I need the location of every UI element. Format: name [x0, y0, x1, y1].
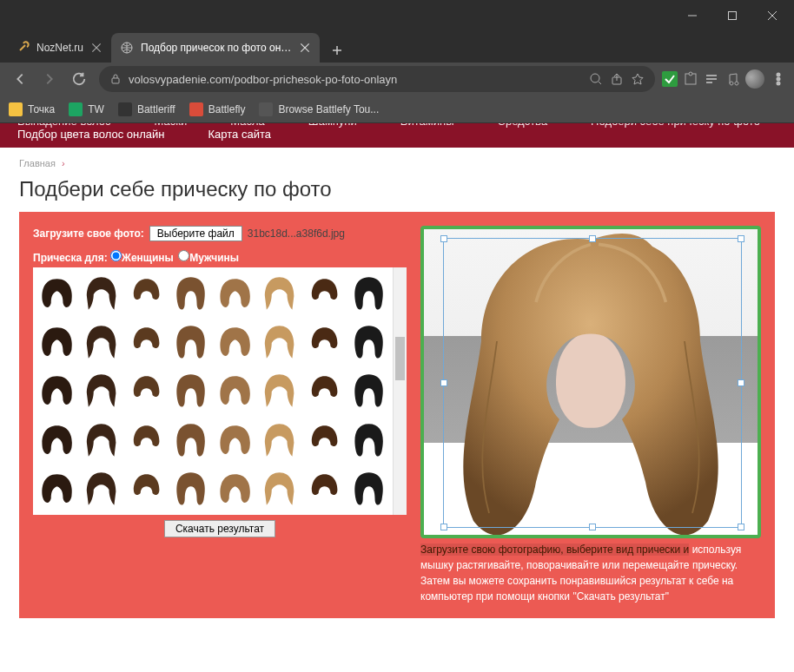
resize-handle-nw[interactable] — [440, 235, 447, 242]
address-bar[interactable]: volosvypadenie.com/podbor-prichesok-po-f… — [99, 66, 655, 92]
nav-link[interactable]: Маски — [155, 123, 188, 128]
hairstyle-option[interactable] — [169, 319, 212, 366]
hairstyle-option[interactable] — [303, 319, 346, 366]
nav-link[interactable]: Средства — [498, 123, 548, 128]
svg-point-23 — [777, 82, 780, 85]
page-title: Подбери себе прическу по фото — [0, 168, 794, 212]
nav-link[interactable]: Подбор цвета волос онлайн — [17, 128, 165, 141]
hairstyle-option[interactable] — [80, 417, 122, 464]
hairstyle-option[interactable] — [125, 367, 168, 414]
bookmark-label: TW — [88, 103, 104, 115]
hairstyle-option[interactable] — [258, 367, 301, 414]
resize-handle-n[interactable] — [589, 235, 596, 242]
preview-canvas[interactable] — [420, 226, 761, 538]
hairstyle-option[interactable] — [347, 270, 390, 317]
resize-handle-e[interactable] — [738, 379, 744, 386]
window-maximize-button[interactable] — [712, 2, 752, 30]
profile-avatar[interactable] — [745, 69, 764, 89]
bookmark-item[interactable]: Battlefly — [189, 102, 246, 116]
extension-check-icon[interactable] — [662, 71, 678, 87]
hairstyle-option[interactable] — [169, 367, 212, 414]
resize-handle-sw[interactable] — [440, 524, 447, 530]
instructions-text: Загрузите свою фотографию, выберите вид … — [420, 542, 761, 604]
hairstyle-option[interactable] — [36, 367, 78, 414]
nav-link[interactable]: Витамины — [400, 123, 454, 128]
hairstyle-option[interactable] — [125, 319, 168, 366]
breadcrumb-home[interactable]: Главная — [19, 158, 56, 168]
selection-box[interactable] — [443, 238, 742, 528]
tab-noznet[interactable]: NozNet.ru — [7, 33, 111, 63]
hairstyle-option[interactable] — [36, 417, 78, 464]
hairstyle-option[interactable] — [347, 319, 390, 366]
hairstyle-option[interactable] — [214, 270, 256, 317]
bookmark-item[interactable]: TW — [69, 102, 104, 116]
new-tab-button[interactable] — [325, 38, 349, 63]
scrollbar-thumb[interactable] — [395, 337, 405, 380]
hairstyle-option[interactable] — [169, 270, 212, 317]
download-result-button[interactable]: Скачать результат — [164, 520, 275, 537]
choose-file-button[interactable]: Выберите файл — [149, 226, 242, 241]
hairstyle-option[interactable] — [214, 417, 256, 464]
gender-male-radio[interactable] — [178, 250, 189, 261]
hairstyle-option[interactable] — [80, 319, 122, 366]
hairstyle-option[interactable] — [214, 465, 256, 512]
resize-handle-se[interactable] — [738, 524, 744, 530]
hairstyle-option[interactable] — [125, 417, 168, 464]
reload-button[interactable] — [66, 66, 92, 92]
nav-link[interactable]: Шампуни — [308, 123, 357, 128]
scrollbar[interactable] — [393, 267, 407, 515]
bookmark-item[interactable]: Точка — [9, 102, 55, 116]
hairstyle-option[interactable] — [80, 367, 122, 414]
hairstyle-option[interactable] — [258, 465, 301, 512]
extension-music-icon[interactable] — [725, 71, 740, 87]
gender-label: Прическа для: — [33, 252, 108, 264]
hairstyle-option[interactable] — [347, 465, 390, 512]
resize-handle-ne[interactable] — [738, 235, 744, 242]
resize-handle-s[interactable] — [589, 524, 596, 530]
hairstyle-option[interactable] — [303, 465, 346, 512]
hairstyle-option[interactable] — [214, 367, 256, 414]
hairstyle-option[interactable] — [80, 465, 122, 512]
kebab-menu-icon[interactable] — [770, 66, 787, 92]
hairstyle-option[interactable] — [347, 367, 390, 414]
hairstyle-option[interactable] — [36, 465, 78, 512]
lock-icon — [109, 73, 122, 85]
hairstyle-option[interactable] — [36, 319, 78, 366]
tab-active[interactable]: Подбор причесок по фото онла — [111, 33, 320, 63]
hairstyle-option[interactable] — [258, 319, 301, 366]
resize-handle-w[interactable] — [440, 379, 447, 386]
gender-female-radio[interactable] — [110, 250, 122, 261]
hairstyle-option[interactable] — [303, 367, 346, 414]
share-icon[interactable] — [610, 72, 624, 86]
hairstyle-option[interactable] — [303, 270, 346, 317]
back-button[interactable] — [7, 66, 33, 92]
extension-list-icon[interactable] — [704, 71, 719, 87]
hairstyle-option[interactable] — [214, 319, 256, 366]
star-icon[interactable] — [631, 72, 645, 86]
window-minimize-button[interactable] — [672, 2, 712, 30]
hairstyle-option[interactable] — [303, 417, 346, 464]
svg-point-12 — [591, 74, 599, 82]
nav-link[interactable]: Подбери себе прическу по фото — [591, 123, 760, 128]
nav-link[interactable]: Карта сайта — [208, 128, 271, 141]
hairstyle-option[interactable] — [36, 270, 78, 317]
bookmark-item[interactable]: Battleriff — [118, 102, 175, 116]
extension-puzzle-icon[interactable] — [683, 71, 698, 87]
nav-link[interactable]: Выпадение волос — [17, 123, 111, 128]
hairstyle-option[interactable] — [169, 465, 212, 512]
hairstyle-option[interactable] — [258, 417, 301, 464]
wrench-icon — [16, 41, 30, 55]
search-icon[interactable] — [589, 72, 603, 86]
hairstyle-option[interactable] — [258, 270, 301, 317]
close-icon[interactable] — [90, 42, 103, 54]
close-icon[interactable] — [299, 42, 311, 54]
hairstyle-option[interactable] — [125, 270, 168, 317]
hairstyle-option[interactable] — [80, 270, 122, 317]
bookmark-item[interactable]: Browse Battlefy Tou... — [259, 102, 379, 116]
hairstyle-option[interactable] — [125, 465, 168, 512]
window-close-button[interactable] — [752, 2, 792, 30]
nav-link[interactable]: Масла — [230, 123, 265, 128]
forward-button[interactable] — [36, 66, 63, 92]
hairstyle-option[interactable] — [169, 417, 212, 464]
hairstyle-option[interactable] — [347, 417, 390, 464]
